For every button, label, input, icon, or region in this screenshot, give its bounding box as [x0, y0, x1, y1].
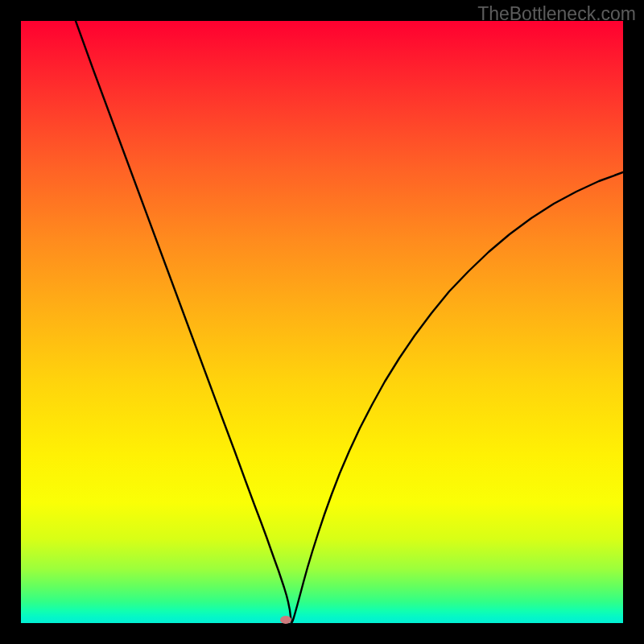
plot-area [21, 21, 623, 623]
chart-frame [21, 21, 623, 623]
bottleneck-curve [21, 21, 623, 623]
optimum-marker [280, 616, 291, 624]
